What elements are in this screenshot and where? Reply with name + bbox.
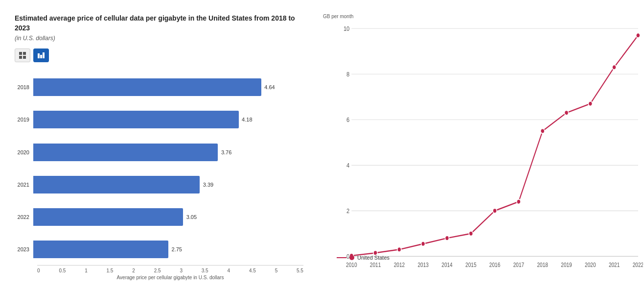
y-axis-label: GB per month: [323, 14, 353, 19]
bar-year-label: 2021: [15, 182, 33, 188]
bar: 3.39: [33, 176, 200, 193]
bar-chart-button[interactable]: [33, 48, 49, 62]
data-point: [636, 33, 640, 38]
bar-value-label: 4.18: [242, 117, 252, 122]
bar-container: 3.39: [33, 176, 303, 193]
x-tick-label: 2017: [513, 262, 524, 268]
x-axis-tick-label: 1.5: [107, 268, 114, 273]
bar: 3.76: [33, 144, 218, 161]
x-axis-line: [37, 265, 303, 266]
right-panel: GB per month 024681020102011201220132014…: [313, 0, 644, 290]
x-tick-label: 2014: [441, 262, 452, 268]
x-axis-tick-label: 5.5: [297, 268, 303, 273]
chart-subtitle: (in U.S. dollars): [15, 35, 303, 42]
x-tick-label: 2022: [633, 262, 643, 268]
y-tick-label: 10: [344, 25, 349, 32]
x-axis-tick-label: 4.5: [249, 268, 256, 273]
x-tick-label: 2012: [394, 262, 405, 268]
data-point: [612, 65, 616, 70]
bar-value-label: 4.64: [264, 84, 275, 90]
svg-rect-0: [19, 52, 22, 55]
data-point: [541, 129, 545, 134]
bar-year-label: 2020: [15, 149, 33, 155]
svg-rect-6: [43, 52, 45, 58]
x-axis-tick-label: 3: [180, 268, 183, 273]
grid-view-button[interactable]: [15, 48, 30, 62]
data-point: [517, 199, 521, 204]
bar-value-label: 3.76: [221, 149, 231, 155]
bar: 4.64: [33, 78, 261, 96]
x-tick-label: 2019: [561, 262, 572, 268]
x-axis-title: Average price per cellular gigabyte in U…: [37, 275, 303, 280]
x-axis-tick-label: 1: [85, 268, 88, 273]
data-point: [445, 236, 449, 241]
bar-year-label: 2023: [15, 246, 33, 252]
y-tick-label: 6: [346, 116, 349, 123]
x-tick-label: 2021: [609, 262, 620, 268]
data-point: [469, 231, 473, 236]
svg-rect-5: [40, 55, 42, 58]
x-axis-tick-label: 0.5: [59, 268, 66, 273]
y-tick-label: 8: [346, 71, 349, 78]
left-panel: Estimated average price of cellular data…: [0, 0, 313, 290]
bar-row: 20203.76: [15, 141, 303, 164]
data-point: [493, 208, 497, 213]
bar-row: 20232.75: [15, 238, 303, 261]
line-chart-wrapper: GB per month 024681020102011201220132014…: [323, 14, 629, 266]
bar-chart: 20184.6420194.1820203.7620213.3920223.05…: [15, 71, 303, 280]
bar-year-label: 2018: [15, 84, 33, 90]
svg-rect-4: [38, 53, 40, 58]
line-chart-svg: 0246810201020112012201320142015201620172…: [337, 23, 643, 274]
x-tick-label: 2016: [489, 262, 500, 268]
chart-legend: United States: [337, 255, 390, 261]
bar-row: 20184.64: [15, 75, 303, 99]
x-tick-label: 2011: [370, 262, 381, 268]
data-point: [564, 110, 568, 115]
x-tick-label: 2010: [346, 262, 357, 268]
bar-row: 20194.18: [15, 108, 303, 131]
x-tick-label: 2020: [585, 262, 596, 268]
bar-container: 3.76: [33, 144, 303, 161]
y-tick-label: 4: [346, 162, 349, 169]
y-tick-label: 2: [346, 207, 349, 215]
svg-rect-1: [23, 52, 26, 55]
svg-rect-2: [19, 56, 22, 59]
bar-container: 3.05: [33, 208, 303, 226]
bar-container: 4.64: [33, 78, 303, 96]
legend-dot-symbol: [349, 255, 354, 260]
bar: 2.75: [33, 241, 168, 258]
data-point: [421, 242, 425, 246]
x-tick-label: 2015: [465, 262, 476, 268]
legend-line-symbol: [337, 257, 346, 258]
bar-row: 20213.39: [15, 173, 303, 196]
bar-container: 2.75: [33, 241, 303, 258]
x-axis-labels: 00.511.522.533.544.555.5: [37, 268, 303, 273]
x-axis-tick-label: 2: [132, 268, 135, 273]
bar-year-label: 2019: [15, 117, 33, 122]
bar-value-label: 3.05: [186, 214, 197, 220]
chart-title: Estimated average price of cellular data…: [15, 14, 303, 33]
x-tick-label: 2018: [537, 262, 548, 268]
toolbar: [15, 48, 303, 62]
bar-row: 20223.05: [15, 205, 303, 229]
x-axis-tick-label: 5: [275, 268, 278, 273]
bar-chart-area: 20184.6420194.1820203.7620213.3920223.05…: [15, 71, 303, 280]
bar-container: 4.18: [33, 111, 303, 128]
bar-value-label: 3.39: [203, 182, 213, 188]
data-point: [588, 101, 592, 106]
bar: 4.18: [33, 111, 239, 128]
bar: 3.05: [33, 208, 183, 226]
x-axis-tick-label: 4: [228, 268, 230, 273]
bar-year-label: 2022: [15, 214, 33, 220]
bar-value-label: 2.75: [172, 246, 182, 252]
svg-rect-3: [23, 56, 26, 59]
x-axis-tick-label: 2.5: [154, 268, 161, 273]
data-point: [397, 247, 401, 252]
x-axis-tick-label: 0: [37, 268, 40, 273]
legend-label: United States: [357, 255, 390, 261]
x-axis-tick-label: 3.5: [202, 268, 208, 273]
x-tick-label: 2013: [417, 262, 428, 268]
line-series: [351, 35, 638, 256]
